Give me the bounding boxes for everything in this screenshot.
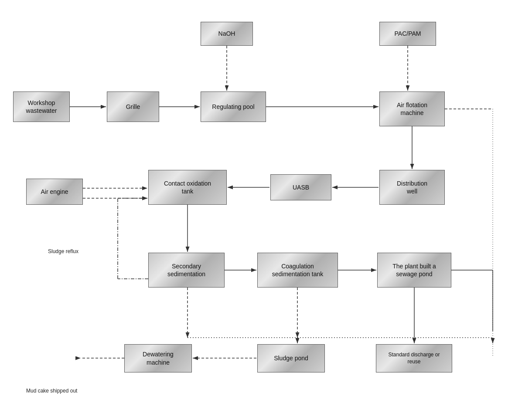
contact_oxidation-box: Contact oxidation tank (148, 170, 227, 205)
distribution-box: Distribution well (379, 170, 445, 205)
coagulation-box: Coagulation sedimentation tank (257, 253, 338, 288)
secondary_sed-box: Secondary sedimentation (148, 253, 225, 288)
uasb-box: UASB (270, 174, 331, 200)
standard_discharge-box: Standard discharge or reuse (376, 344, 452, 372)
air_engine-box: Air engine (26, 179, 83, 205)
grille-box: Grille (107, 91, 159, 122)
sewage_pond-box: The plant built a sewage pond (377, 253, 451, 288)
air_flotation-box: Air flotation machine (379, 91, 445, 126)
dewatering-box: Dewatering machine (124, 344, 192, 372)
workshop-box: Workshop wastewater (13, 91, 70, 122)
sludge_pond-box: Sludge pond (257, 344, 325, 372)
sludge-reflux-label: Sludge reflux (48, 248, 78, 254)
regulating-box: Regulating pool (201, 91, 266, 122)
diagram: Sludge reflux Mud cake shipped out Works… (0, 0, 532, 413)
pacpam-box: PAC/PAM (379, 22, 436, 46)
mud-cake-label: Mud cake shipped out (26, 388, 77, 394)
naoh-box: NaOH (201, 22, 253, 46)
